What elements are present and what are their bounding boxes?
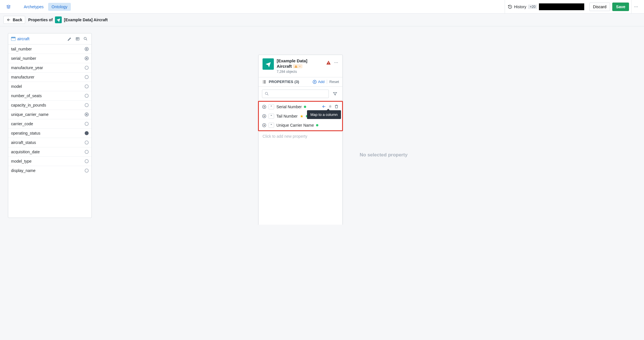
property-name: Tail Number (276, 114, 298, 118)
column-name: manufacturer (11, 75, 34, 79)
filter-button[interactable] (331, 90, 339, 98)
empty-state-label: No selected property (360, 152, 408, 158)
column-name: number_of_seats (11, 94, 42, 98)
column-row[interactable]: display_name (8, 166, 91, 175)
object-header: [Example Data] Aircraft 7,284 objects (259, 55, 342, 77)
search-icon[interactable] (82, 36, 89, 42)
column-port-icon[interactable] (85, 103, 89, 107)
column-row[interactable]: aircraft_status (8, 138, 91, 147)
history-label: History (514, 5, 526, 9)
app-logo (3, 5, 14, 9)
column-row[interactable]: carrier_code (8, 119, 91, 129)
svg-point-10 (336, 62, 336, 63)
tab-archetypes[interactable]: Archetypes (20, 3, 47, 11)
topbar-right: History +20 Discard Save (505, 0, 641, 14)
property-port-icon[interactable] (262, 114, 266, 118)
history-count-badge: +20 (528, 5, 537, 9)
dataset-header: aircraft (8, 33, 91, 44)
column-row[interactable]: acquisition_date (8, 147, 91, 157)
column-row[interactable]: number_of_seats (8, 91, 91, 101)
svg-point-14 (263, 83, 263, 83)
column-name: model (11, 84, 22, 89)
more-icon[interactable] (334, 60, 338, 66)
property-port-icon[interactable] (262, 123, 266, 127)
column-port-icon[interactable] (85, 84, 89, 88)
workspace: aircraft tail_numberserial_numbermanufac… (0, 26, 644, 225)
column-port-icon[interactable] (85, 122, 89, 126)
property-name: Unique Carrier Name (276, 123, 314, 128)
add-property-button[interactable]: Add (312, 80, 325, 84)
discard-button[interactable]: Discard (589, 3, 610, 11)
map-to-column-button[interactable] (322, 104, 326, 110)
delete-icon[interactable] (334, 104, 339, 110)
object-title-line1: [Example Data] (277, 58, 307, 64)
table-icon[interactable] (74, 36, 81, 42)
column-row[interactable]: unique_carrier_name (8, 110, 91, 119)
column-name: serial_number (11, 56, 36, 61)
top-bar: Archetypes Ontology History +20 Discard … (0, 0, 644, 14)
column-row[interactable]: serial_number (8, 54, 91, 63)
column-port-icon[interactable] (85, 141, 89, 144)
column-row[interactable]: tail_number (8, 44, 91, 54)
column-port-icon[interactable] (85, 131, 89, 135)
svg-rect-5 (296, 66, 296, 67)
dataset-name[interactable]: aircraft (17, 37, 65, 41)
column-row[interactable]: operating_status (8, 129, 91, 138)
column-port-icon[interactable] (85, 150, 89, 154)
property-row[interactable]: ”Unique Carrier Name (259, 121, 342, 130)
object-properties-panel: [Example Data] Aircraft 7,284 objects PR… (258, 55, 343, 225)
column-port-icon[interactable] (85, 159, 89, 163)
svg-rect-7 (328, 62, 329, 63)
column-name: display_name (11, 168, 35, 173)
more-menu-button[interactable] (631, 0, 641, 14)
svg-point-4 (84, 37, 86, 40)
column-port-icon[interactable] (85, 169, 89, 173)
airplane-icon (263, 58, 274, 70)
properties-label: PROPERTIES (3) (269, 80, 310, 84)
svg-point-12 (263, 80, 263, 81)
column-row[interactable]: model (8, 82, 91, 91)
column-port-icon[interactable] (85, 66, 89, 70)
column-port-icon[interactable] (85, 94, 89, 98)
column-name: aircraft_status (11, 140, 36, 145)
column-name: model_type (11, 159, 31, 163)
svg-rect-3 (76, 37, 79, 40)
dataset-columns-panel: aircraft tail_numberserial_numbermanufac… (8, 33, 92, 218)
svg-point-16 (265, 92, 268, 94)
breadcrumb-prefix: Properties of (28, 18, 52, 22)
edit-icon[interactable] (67, 36, 73, 42)
dataset-icon (11, 37, 16, 41)
column-row[interactable]: model_type (8, 157, 91, 166)
column-name: tail_number (11, 47, 32, 51)
reset-button[interactable]: Reset (327, 80, 339, 84)
warning-pill[interactable] (293, 64, 302, 68)
column-port-icon[interactable] (85, 56, 89, 60)
breadcrumb: Properties of [Example Data] Aircraft (28, 16, 108, 23)
property-port-icon[interactable] (262, 105, 266, 109)
back-button[interactable]: Back (3, 16, 25, 24)
column-row[interactable]: manufacture_year (8, 63, 91, 73)
property-name: Serial Number (276, 105, 302, 109)
column-port-icon[interactable] (85, 75, 89, 79)
property-row[interactable]: ”Serial NumberMap to a column (259, 102, 342, 112)
star-icon: ★ (300, 114, 304, 118)
save-button[interactable]: Save (612, 3, 629, 11)
property-search-input[interactable] (262, 90, 329, 98)
status-dot-icon (304, 106, 306, 108)
svg-rect-8 (328, 63, 329, 64)
column-port-icon[interactable] (85, 112, 89, 116)
svg-point-13 (263, 82, 263, 82)
column-row[interactable]: manufacturer (8, 73, 91, 82)
tab-ontology[interactable]: Ontology (48, 3, 71, 11)
column-row[interactable]: capacity_in_pounds (8, 101, 91, 110)
add-property-placeholder[interactable]: Click to add new property (259, 131, 342, 141)
column-name: carrier_code (11, 122, 33, 126)
sub-header: Back Properties of [Example Data] Aircra… (0, 14, 644, 26)
svg-rect-6 (296, 67, 296, 67)
error-icon[interactable] (326, 60, 331, 66)
list-icon (262, 80, 266, 84)
svg-point-1 (636, 6, 636, 7)
history-button[interactable]: History +20 (505, 0, 587, 14)
column-port-icon[interactable] (85, 47, 89, 51)
svg-point-2 (637, 6, 638, 7)
